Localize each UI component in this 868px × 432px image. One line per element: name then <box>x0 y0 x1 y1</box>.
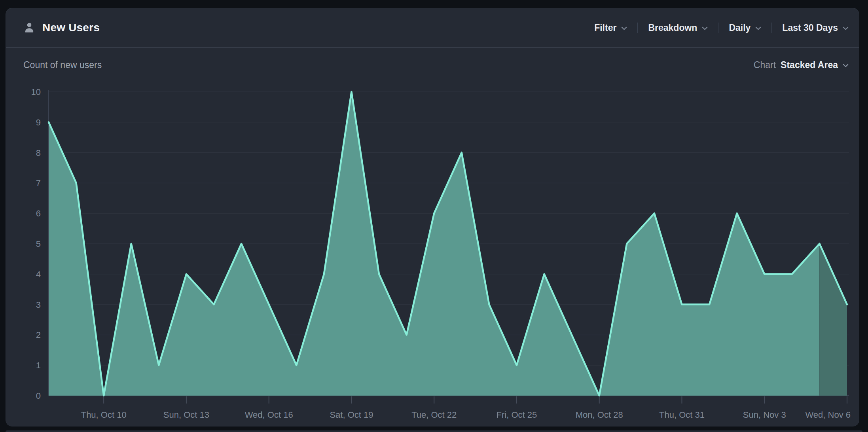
y-axis-label: 10 <box>31 87 41 97</box>
y-axis-label: 6 <box>36 208 41 218</box>
x-axis-label: Sat, Oct 19 <box>330 410 373 420</box>
x-axis-label: Thu, Oct 10 <box>81 410 127 420</box>
area-series-current-period <box>819 244 847 396</box>
y-axis-label: 5 <box>36 239 41 249</box>
x-axis-label: Thu, Oct 31 <box>659 410 705 420</box>
x-axis-label: Sun, Oct 13 <box>163 410 209 420</box>
x-axis-label: Wed, Nov 6 <box>805 410 851 420</box>
y-axis-label: 8 <box>36 148 41 158</box>
x-axis-label: Sun, Nov 3 <box>743 410 786 420</box>
y-axis-label: 2 <box>36 330 41 340</box>
y-axis-label: 3 <box>36 300 41 310</box>
stacked-area-chart: 012345678910Thu, Oct 10Sun, Oct 13Wed, O… <box>0 0 868 432</box>
y-axis-label: 1 <box>36 360 41 370</box>
next-card-top-edge <box>6 430 862 432</box>
y-axis-label: 9 <box>36 117 41 127</box>
x-axis-label: Mon, Oct 28 <box>576 410 623 420</box>
x-axis-label: Tue, Oct 22 <box>411 410 457 420</box>
y-axis-label: 7 <box>36 178 41 188</box>
y-axis-label: 4 <box>36 269 41 279</box>
x-axis-label: Wed, Oct 16 <box>245 410 293 420</box>
page: { "header": { "title": "New Users", "con… <box>0 0 868 432</box>
y-axis-label: 0 <box>36 391 41 401</box>
x-axis-label: Fri, Oct 25 <box>497 410 537 420</box>
